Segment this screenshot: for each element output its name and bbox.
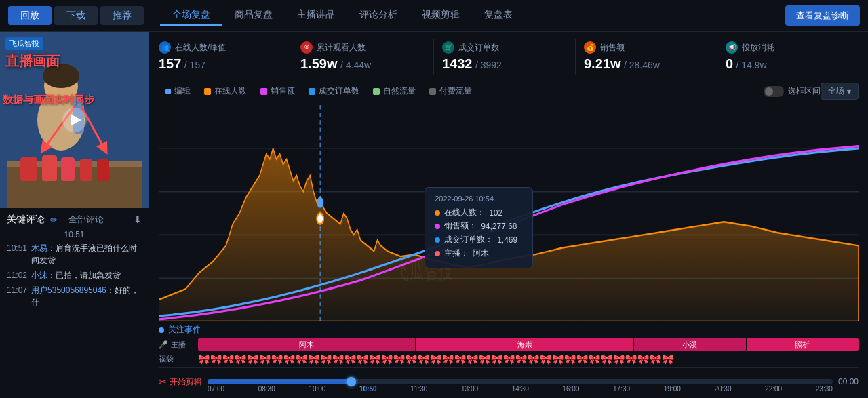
- stat-icon-orders: 🛒: [442, 41, 454, 54]
- range-label: 选框区间: [788, 85, 821, 97]
- tab-full-review[interactable]: 全场复盘: [160, 5, 222, 26]
- timeline-rows: 🎤 主播 阿木 海崇 小溪 照析 福袋: [159, 338, 859, 365]
- time-label-8: 17:30: [613, 385, 630, 393]
- fuku-item: 🎀: [479, 354, 490, 365]
- fukubag-bar-container: 🎀 🎀 🎀 🎀 🎀 🎀 🎀 🎀 🎀 🎀 🎀 🎀: [198, 353, 859, 365]
- diagnose-button[interactable]: 查看复盘诊断: [785, 5, 860, 26]
- filter-sales[interactable]: 销售额: [254, 83, 302, 100]
- stat-header-adspend: 📢 投放消耗: [726, 41, 850, 54]
- fuku-item: 🎀: [357, 354, 368, 365]
- comments-edit-icon[interactable]: ✏: [50, 215, 58, 225]
- fuku-item: 🎀: [467, 354, 478, 365]
- fuku-item: 🎀: [283, 354, 295, 365]
- svg-rect-6: [20, 157, 37, 181]
- filter-orders[interactable]: 成交订单数: [302, 83, 366, 100]
- host-segment-3: 照析: [747, 338, 859, 351]
- fuku-item: 🎀: [332, 354, 344, 365]
- fukubag-label-text: 福袋: [159, 354, 174, 364]
- chevron-down-icon: ▾: [847, 87, 851, 96]
- chart-filters: 编辑 在线人数 销售额 成交订单数 自然流量 付费流量: [159, 83, 859, 100]
- fuku-item: 🎀: [369, 354, 380, 365]
- comment-time-header: 10:51: [7, 230, 142, 239]
- chart-svg: 飞瓜智投: [159, 105, 859, 321]
- fuku-item: 🎀: [491, 354, 502, 365]
- timeline-thumb[interactable]: [347, 377, 356, 386]
- tab-video-edit[interactable]: 视频剪辑: [410, 5, 472, 26]
- recommend-button[interactable]: 推荐: [100, 6, 144, 25]
- events-section: 关注事件 🎤 主播 阿木 海崇 小溪 照析: [159, 324, 859, 365]
- key-comments: 关键评论 ✏ 全部评论 ⬇ 10:51 10:51 木易：肩育洗手液已拍什么时间…: [0, 208, 149, 398]
- host-icon: 🎤: [159, 340, 168, 349]
- full-scene-label: 全场: [828, 85, 844, 97]
- filter-label-paid: 付费流量: [439, 85, 472, 97]
- play-icon: [71, 114, 81, 126]
- download-icon[interactable]: ⬇: [134, 214, 142, 225]
- fuku-item: 🎀: [210, 354, 222, 365]
- svg-rect-8: [61, 157, 75, 181]
- fukubag-items: 🎀 🎀 🎀 🎀 🎀 🎀 🎀 🎀 🎀 🎀 🎀 🎀: [198, 353, 859, 366]
- fuku-item: 🎀: [247, 354, 258, 365]
- comment-text-1: 小沫：已拍，请加急发货: [31, 269, 121, 281]
- fuku-item: 🎀: [589, 354, 600, 365]
- stat-value-viewers: 1.59w / 4.44w: [300, 56, 425, 72]
- fuku-item: 🎀: [564, 354, 576, 365]
- time-label-3: 10:50: [359, 385, 377, 393]
- host-segment-1: 海崇: [416, 338, 633, 351]
- fukubag-label: 福袋: [159, 354, 193, 364]
- svg-rect-10: [97, 159, 109, 181]
- annotation-text: 数据与画面实时同步: [3, 93, 94, 106]
- fuku-item: 🎀: [637, 354, 649, 365]
- host-label: 🎤 主播: [159, 340, 193, 350]
- fuku-item: 🎀: [381, 354, 393, 365]
- fuku-item: 🎀: [222, 354, 234, 365]
- full-scene-button[interactable]: 全场 ▾: [821, 83, 859, 100]
- download-button[interactable]: 下载: [54, 6, 98, 25]
- time-labels: 07:00 08:30 10:00 10:50 11:30 13:00 14:3…: [208, 385, 833, 393]
- time-label-10: 20:30: [714, 385, 731, 393]
- fuku-item: 🎀: [344, 354, 356, 365]
- video-overlay-label: 飞瓜智投: [5, 37, 43, 50]
- filter-dot-paid: [429, 88, 436, 95]
- comment-item-1: 11:02 小沫：已拍，请加急发货: [7, 269, 142, 281]
- filter-online[interactable]: 在线人数: [197, 83, 254, 100]
- tab-review-table[interactable]: 复盘表: [472, 5, 525, 26]
- filter-natural[interactable]: 自然流量: [366, 83, 422, 100]
- stat-card-orders: 🛒 成交订单数 1432 / 3992: [434, 39, 576, 75]
- fuku-item: 🎀: [320, 354, 332, 365]
- time-label-2: 10:00: [309, 385, 326, 393]
- tab-anchor-speech[interactable]: 主播讲品: [285, 5, 347, 26]
- fuku-item: 🎀: [406, 354, 417, 365]
- stat-icon-online: 👥: [159, 41, 171, 54]
- play-button[interactable]: [62, 108, 87, 132]
- toggle-switch[interactable]: [764, 86, 784, 97]
- time-label-12: 23:30: [816, 385, 833, 393]
- all-comments-tab[interactable]: 全部评论: [68, 214, 104, 226]
- filter-paid[interactable]: 付费流量: [422, 83, 479, 100]
- chart-area[interactable]: 飞瓜智投 2022-09-26 10:54 在线人数： 102 销售额： 94,…: [159, 105, 859, 321]
- replay-button[interactable]: 回放: [8, 6, 52, 25]
- tab-comment-analysis[interactable]: 评论分析: [347, 5, 410, 26]
- brand-logo: 飞瓜智投: [5, 37, 43, 50]
- filter-edit[interactable]: 编辑: [159, 83, 197, 100]
- cut-button[interactable]: ✂ 开始剪辑: [159, 376, 202, 388]
- fuku-item: 🎀: [271, 354, 283, 365]
- filter-dot-natural: [373, 88, 380, 95]
- fuku-item: 🎀: [528, 354, 539, 365]
- time-label-11: 22:00: [765, 385, 782, 393]
- comment-text-2: 用户5350056895046：好的，什: [31, 284, 142, 309]
- timeline-track[interactable]: 07:00 08:30 10:00 10:50 11:30 13:00 14:3…: [208, 372, 833, 391]
- top-nav: 回放 下载 推荐 全场复盘 商品复盘 主播讲品 评论分析 视频剪辑 复盘表 查看…: [0, 0, 868, 32]
- video-area[interactable]: 飞瓜智投 直播画面 数据与画面实时同步: [0, 32, 149, 208]
- tab-product-review[interactable]: 商品复盘: [222, 5, 285, 26]
- time-label-9: 19:00: [664, 385, 681, 393]
- end-time: 00:00: [838, 377, 859, 386]
- stat-header-viewers: 👁 累计观看人数: [300, 41, 425, 54]
- events-title: 关注事件: [168, 324, 201, 336]
- host-segment-2: 小溪: [634, 338, 746, 351]
- events-header: 关注事件: [159, 324, 859, 336]
- fukubag-timeline-row: 福袋 🎀 🎀 🎀 🎀 🎀 🎀 🎀 🎀: [159, 353, 859, 365]
- stat-label-sales: 销售额: [600, 42, 625, 54]
- comment-time-2: 11:07: [7, 284, 27, 309]
- fuku-item: 🎀: [308, 354, 319, 365]
- host-timeline-row: 🎤 主播 阿木 海崇 小溪 照析: [159, 338, 859, 351]
